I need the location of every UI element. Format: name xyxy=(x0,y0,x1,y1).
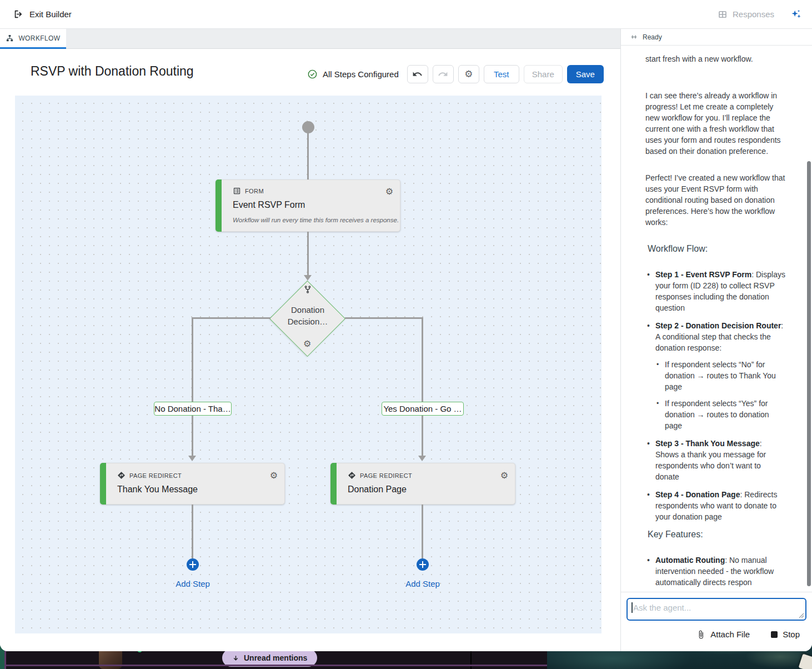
agent-input[interactable] xyxy=(626,598,806,621)
workflow-flow-heading: Workflow Flow: xyxy=(645,243,786,254)
share-button[interactable]: Share xyxy=(524,65,563,83)
text-caret xyxy=(631,602,633,613)
agent-message: I can see there’s already a workflow in … xyxy=(645,90,786,157)
unread-mentions-label: Unread mentions xyxy=(244,653,307,662)
redirect-right-title: Donation Page xyxy=(348,485,407,495)
agent-status-label: Ready xyxy=(643,33,662,41)
decision-node-title: Donation Decision… xyxy=(269,304,346,327)
gear-icon: ⚙ xyxy=(464,69,473,79)
edge-branch-right xyxy=(422,317,423,456)
sparkles-icon[interactable] xyxy=(790,8,802,21)
responses-label: Responses xyxy=(733,9,774,19)
decision-title-line1: Donation xyxy=(269,304,346,316)
broadcast-icon xyxy=(630,33,638,41)
redirect-left-gear-icon[interactable]: ⚙ xyxy=(270,471,278,480)
list-item: Step 4 - Donation Page: Redirects respon… xyxy=(645,489,786,522)
redirect-right-type-label: PAGE REDIRECT xyxy=(360,472,412,479)
branch-label-no-donation[interactable]: No Donation - Tha… xyxy=(154,402,232,416)
add-step-label-right[interactable]: Add Step xyxy=(395,579,450,588)
form-node-gear-icon[interactable]: ⚙ xyxy=(385,187,393,196)
step-1-bold: Step 1 - Event RSVP Form xyxy=(655,270,751,279)
edge-branch-left xyxy=(192,317,193,456)
list-item: If respondent selects “Yes” for donation… xyxy=(655,398,786,431)
agent-actions: Attach File Stop xyxy=(696,630,800,639)
status-badge: All Steps Configured xyxy=(307,69,399,79)
stop-icon xyxy=(771,631,778,638)
agent-messages[interactable]: start fresh with a new workflow. I can s… xyxy=(621,46,812,592)
list-item: Step 2 - Donation Decision Router: A con… xyxy=(645,320,786,431)
tab-workflow-label: WORKFLOW xyxy=(18,34,60,42)
redirect-right-type: PAGE REDIRECT xyxy=(348,471,412,480)
branch-icon xyxy=(303,285,312,294)
exit-builder-button[interactable]: Exit Builder xyxy=(13,9,72,19)
redirect-left-type: PAGE REDIRECT xyxy=(117,471,182,480)
arrowhead-right xyxy=(418,456,426,461)
redirect-right-gear-icon[interactable]: ⚙ xyxy=(500,471,508,480)
redo-icon xyxy=(438,69,448,79)
edge-decision-right xyxy=(345,317,423,319)
undo-button[interactable] xyxy=(407,65,428,83)
builder-toolbar: All Steps Configured ⚙ Test Share Save xyxy=(307,65,604,83)
test-button[interactable]: Test xyxy=(484,65,519,83)
branch-label-left-text: No Donation - Tha… xyxy=(154,404,230,413)
top-bar-right: Responses xyxy=(718,8,802,21)
list-item: Step 1 - Event RSVP Form: Displays your … xyxy=(645,269,786,313)
attach-file-button[interactable]: Attach File xyxy=(696,630,750,639)
decision-node[interactable]: Donation Decision… ⚙ xyxy=(269,281,346,357)
page-redirect-node-thank-you[interactable]: PAGE REDIRECT ⚙ Thank You Message xyxy=(100,463,285,505)
chevron-down-icon xyxy=(232,655,239,662)
page-redirect-icon xyxy=(348,471,356,480)
save-button[interactable]: Save xyxy=(567,65,604,83)
settings-button[interactable]: ⚙ xyxy=(458,65,479,83)
list-item: Step 3 - Thank You Message: Shows a than… xyxy=(645,438,786,482)
decision-title-line2: Decision… xyxy=(269,316,346,327)
step-2-sublist: If respondent selects “No” for donation … xyxy=(655,359,786,431)
workflow-canvas[interactable]: FORM ⚙ Event RSVP Form Workflow will run… xyxy=(15,96,602,633)
form-node[interactable]: FORM ⚙ Event RSVP Form Workflow will run… xyxy=(215,179,400,232)
top-bar: Exit Builder Responses xyxy=(0,0,812,29)
branch-label-yes-donation[interactable]: Yes Donation - Go … xyxy=(382,402,464,416)
check-circle-icon xyxy=(307,69,318,79)
decision-node-gear-icon[interactable]: ⚙ xyxy=(303,340,311,348)
arrowhead-left xyxy=(188,456,196,461)
resize-grip-icon[interactable] xyxy=(799,613,804,618)
list-item: Automatic Routing: No manual interventio… xyxy=(645,555,786,588)
step-3-bold: Step 3 - Thank You Message xyxy=(655,439,760,448)
edge-right-to-add xyxy=(422,505,423,558)
edge-left-to-add xyxy=(192,505,193,558)
page-redirect-icon xyxy=(117,471,126,480)
edge-start-to-form xyxy=(307,127,309,181)
exit-builder-label: Exit Builder xyxy=(29,9,72,19)
agent-input-wrap xyxy=(626,598,806,621)
workflow-sitemap-icon xyxy=(6,34,14,42)
attach-file-label: Attach File xyxy=(710,630,750,639)
edge-decision-left xyxy=(192,317,270,319)
add-step-button-left[interactable] xyxy=(187,558,199,571)
key-features-list: Automatic Routing: No manual interventio… xyxy=(645,555,786,588)
redirect-left-type-label: PAGE REDIRECT xyxy=(129,472,182,479)
redo-button[interactable] xyxy=(433,65,454,83)
redirect-left-title: Thank You Message xyxy=(117,485,198,495)
add-step-label-left[interactable]: Add Step xyxy=(165,579,220,588)
redirect-right-accent-bar xyxy=(330,463,337,505)
workflow-builder: RSVP with Donation Routing All Steps Con… xyxy=(0,49,620,651)
form-node-accent-bar xyxy=(215,179,222,232)
scrollbar-thumb[interactable] xyxy=(807,161,811,586)
redirect-left-accent-bar xyxy=(100,463,106,505)
add-step-button-right[interactable] xyxy=(417,558,429,571)
page-title: RSVP with Donation Routing xyxy=(31,64,194,79)
stop-button[interactable]: Stop xyxy=(771,630,800,639)
workflow-steps-list: Step 1 - Event RSVP Form: Displays your … xyxy=(645,269,786,522)
page-redirect-node-donation-page[interactable]: PAGE REDIRECT ⚙ Donation Page xyxy=(330,463,515,505)
tab-workflow[interactable]: WORKFLOW xyxy=(0,29,66,49)
undo-icon xyxy=(412,69,423,79)
background-window-border xyxy=(4,665,547,666)
form-icon xyxy=(233,187,241,195)
step-2-bold: Step 2 - Donation Decision Router xyxy=(655,321,781,330)
responses-button[interactable]: Responses xyxy=(718,9,774,19)
responses-table-icon xyxy=(718,9,728,19)
paperclip-icon xyxy=(696,630,705,639)
panel-divider xyxy=(621,592,812,592)
key-features-heading: Key Features: xyxy=(645,529,786,540)
list-item: If respondent selects “No” for donation … xyxy=(655,359,786,392)
